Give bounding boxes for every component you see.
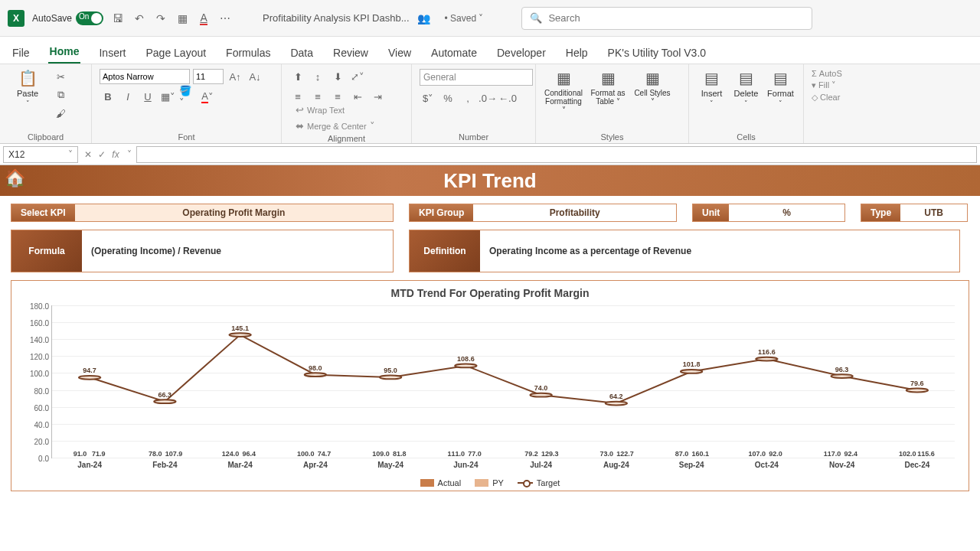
kpi-group-label: KPI Group	[410, 204, 473, 221]
comma-icon[interactable]: ,	[459, 90, 476, 106]
chart-plot: 0.020.040.060.080.0100.0120.0140.0160.01…	[51, 305, 955, 458]
cut-icon[interactable]: ✂	[52, 69, 69, 84]
align-bottom-icon[interactable]: ⬇	[329, 69, 346, 84]
conditional-formatting-button[interactable]: ▦Conditional Formatting ˅	[544, 69, 583, 114]
increase-indent-icon[interactable]: ⇥	[369, 89, 386, 104]
undo-icon[interactable]: ↶	[132, 11, 146, 25]
fill-button[interactable]: ▾ Fill ˅	[812, 80, 850, 90]
wrap-text-button[interactable]: ↩Wrap Text	[296, 104, 403, 116]
select-kpi-value: Operating Profit Margin	[75, 204, 393, 221]
tab-home[interactable]: Home	[48, 41, 81, 64]
info-row: Formula (Operating Income) / Revenue Def…	[0, 227, 980, 280]
increase-decimal-icon[interactable]: .0→	[479, 90, 496, 106]
type-value: UTB	[900, 204, 967, 221]
decrease-indent-icon[interactable]: ⇤	[349, 89, 366, 104]
merge-icon: ⬌	[296, 120, 304, 132]
number-format-select[interactable]	[420, 69, 533, 86]
autosum-button[interactable]: Σ AutoS	[812, 69, 850, 78]
format-icon: ▤	[773, 69, 788, 87]
group-alignment-label: Alignment	[289, 132, 403, 143]
paste-button[interactable]: 📋Paste˅	[8, 69, 47, 107]
format-as-table-button[interactable]: ▦Format as Table ˅	[588, 69, 628, 106]
enter-formula-icon[interactable]: ✓	[95, 149, 109, 160]
svg-point-11	[906, 389, 928, 393]
chart-title: MTD Trend For Operating Profit Margin	[19, 287, 961, 299]
formula-value: (Operating Income) / Revenue	[82, 230, 393, 272]
format-button[interactable]: ▤Format˅	[766, 69, 795, 107]
clear-icon: ◇	[812, 93, 818, 102]
format-painter-icon[interactable]: 🖌	[52, 106, 69, 121]
copy-icon[interactable]: ⧉	[52, 87, 69, 103]
decrease-font-icon[interactable]: A↓	[247, 69, 263, 84]
tab-developer[interactable]: Developer	[495, 42, 547, 64]
font-name-select[interactable]	[100, 69, 190, 84]
align-left-icon[interactable]: ≡	[289, 89, 306, 104]
saved-status[interactable]: • Saved ˅	[445, 13, 484, 24]
align-middle-icon[interactable]: ↕	[309, 69, 326, 84]
svg-point-8	[681, 370, 702, 373]
delete-button[interactable]: ▤Delete˅	[731, 69, 761, 107]
dropdown-icon[interactable]: ˅	[122, 149, 136, 160]
chart-legend: Actual PY Target	[19, 477, 961, 487]
border-icon[interactable]: ▦˅	[159, 89, 176, 104]
save-icon[interactable]: 🖫	[111, 11, 125, 25]
fill-color-icon[interactable]: 🪣˅	[179, 89, 196, 104]
select-kpi-filter[interactable]: Select KPI Operating Profit Margin	[11, 204, 394, 222]
delete-icon: ▤	[739, 69, 753, 87]
increase-font-icon[interactable]: A↑	[227, 69, 243, 84]
svg-point-10	[831, 374, 852, 378]
grid-icon[interactable]: ▦	[175, 11, 189, 25]
fx-icon[interactable]: fx	[109, 149, 122, 160]
orientation-icon[interactable]: ⤢˅	[349, 69, 366, 84]
tab-automate[interactable]: Automate	[430, 42, 479, 64]
tab-review[interactable]: Review	[332, 42, 370, 64]
font-color-icon[interactable]: A˅	[199, 89, 216, 104]
cancel-formula-icon[interactable]: ✕	[81, 149, 95, 160]
autosave-label: AutoSave	[32, 13, 72, 24]
underline-button[interactable]: U	[139, 89, 156, 104]
unit-value: %	[729, 204, 844, 221]
home-icon[interactable]: 🏠	[5, 168, 25, 188]
clipboard-icon: 📋	[18, 69, 38, 87]
document-title: Profitability Analysis KPI Dashb...	[263, 12, 409, 24]
excel-logo-icon: X	[8, 10, 24, 27]
unit-label: Unit	[693, 204, 729, 221]
tab-help[interactable]: Help	[564, 42, 590, 64]
definition-value: Operating Income as a percentage of Reve…	[480, 230, 959, 272]
bold-button[interactable]: B	[100, 89, 116, 104]
svg-point-5	[455, 364, 476, 368]
search-input[interactable]	[548, 12, 804, 24]
redo-icon[interactable]: ↷	[154, 11, 168, 25]
font-color-icon[interactable]: A	[197, 11, 211, 25]
fill-icon: ▾	[812, 80, 816, 90]
tab-data[interactable]: Data	[289, 42, 315, 64]
tab-pk-s-utility-tool-v3-0[interactable]: PK's Utility Tool V3.0	[606, 42, 707, 64]
align-center-icon[interactable]: ≡	[309, 89, 326, 104]
formula-input[interactable]	[136, 146, 977, 163]
toggle-on-icon[interactable]: On	[76, 11, 103, 25]
share-icon[interactable]: 👥	[417, 11, 431, 25]
italic-button[interactable]: I	[119, 89, 136, 104]
tab-view[interactable]: View	[387, 42, 413, 64]
svg-point-4	[380, 376, 401, 380]
percent-icon[interactable]: %	[439, 90, 456, 106]
qat-overflow-icon[interactable]: ⋯	[218, 11, 232, 25]
tab-insert[interactable]: Insert	[97, 42, 127, 64]
search-icon: 🔍	[530, 12, 542, 24]
align-right-icon[interactable]: ≡	[329, 89, 346, 104]
currency-icon[interactable]: $˅	[420, 90, 436, 106]
font-size-select[interactable]	[193, 69, 224, 84]
merge-center-button[interactable]: ⬌Merge & Center˅	[296, 120, 403, 132]
tab-file[interactable]: File	[11, 42, 31, 64]
name-box[interactable]: X12˅	[3, 146, 78, 163]
clear-button[interactable]: ◇ Clear	[812, 93, 850, 103]
autosave-toggle[interactable]: AutoSave On	[32, 11, 103, 25]
svg-point-1	[154, 399, 175, 403]
tab-page-layout[interactable]: Page Layout	[144, 42, 207, 64]
cell-styles-button[interactable]: ▦Cell Styles ˅	[632, 69, 672, 106]
insert-button[interactable]: ▤Insert˅	[697, 69, 727, 107]
tab-formulas[interactable]: Formulas	[224, 42, 272, 64]
align-top-icon[interactable]: ⬆	[289, 69, 306, 84]
decrease-decimal-icon[interactable]: ←.0	[499, 90, 516, 106]
search-box[interactable]: 🔍	[521, 7, 812, 30]
